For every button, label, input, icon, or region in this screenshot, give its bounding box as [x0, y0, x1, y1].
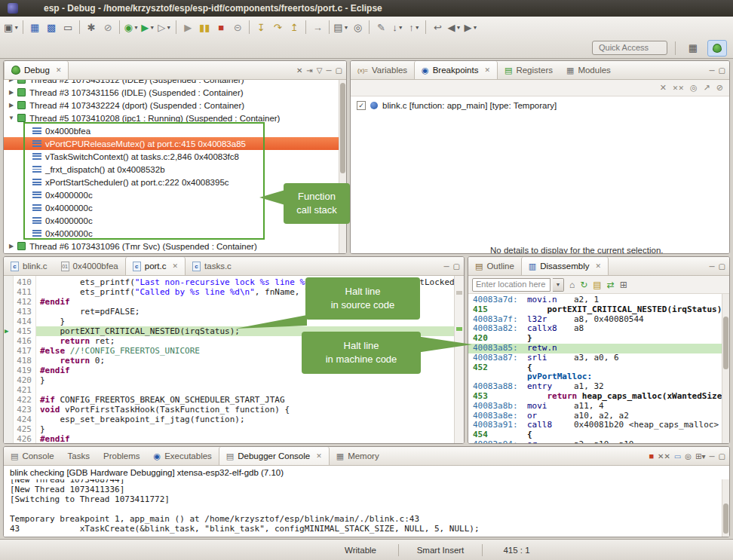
- connect-icon[interactable]: ⇥: [306, 66, 312, 75]
- window-titlebar[interactable]: esp - Debug - /home/krzysztof/esp/esp-id…: [0, 0, 733, 17]
- home-icon[interactable]: ⌂: [569, 280, 575, 290]
- external-tools-button[interactable]: ▷▼: [157, 19, 172, 35]
- goto-breakpoint-file-icon[interactable]: ↗: [704, 83, 710, 93]
- location-input[interactable]: Enter location here: [472, 278, 551, 292]
- print-button[interactable]: ▭: [60, 19, 75, 35]
- tab-variables[interactable]: (x)= Variables: [351, 61, 414, 79]
- tab-port-c[interactable]: c port.c ✕: [125, 257, 186, 275]
- debug-scrollbar[interactable]: [339, 80, 346, 253]
- minimize-icon[interactable]: ─: [709, 262, 714, 271]
- open-perspective-button[interactable]: ▦: [683, 40, 703, 57]
- terminate-icon[interactable]: ■: [649, 451, 654, 461]
- collapse-arrow-icon[interactable]: ▶: [7, 89, 16, 96]
- maximize-icon[interactable]: ▢: [453, 262, 460, 271]
- close-icon[interactable]: ✕: [484, 66, 490, 74]
- build-button[interactable]: ✱: [84, 19, 99, 35]
- skip-all-breakpoints-button[interactable]: ⊘: [100, 19, 115, 35]
- new-wizard-button[interactable]: ▣▼: [4, 19, 19, 35]
- resume-button[interactable]: ▶: [180, 19, 195, 35]
- debug-perspective-button[interactable]: [707, 40, 727, 57]
- tab-tasks[interactable]: Tasks: [61, 447, 97, 465]
- editor-overview-ruler[interactable]: [454, 276, 464, 443]
- stack-frame-row[interactable]: 0x4000000c: [4, 227, 346, 240]
- disassembly-listing[interactable]: 40083a7d:movi.na2, 1415 portEXIT_CRITICA…: [468, 294, 729, 443]
- save-button[interactable]: ▦: [27, 19, 42, 35]
- stack-frame-row[interactable]: vTaskSwitchContext() at tasks.c:2,846 0x…: [4, 150, 346, 163]
- minimize-icon[interactable]: ─: [443, 262, 449, 271]
- tab-outline[interactable]: ▤ Outline: [468, 257, 521, 275]
- tab-registers[interactable]: ▤ Registers: [498, 61, 560, 79]
- disassembly-line[interactable]: 40083a91:call80x40081b20 <heap_caps_mall…: [468, 421, 729, 430]
- collapse-arrow-icon[interactable]: ▶: [7, 102, 16, 109]
- code-line[interactable]: esp_set_breakpoint_if_jtag(function);: [36, 415, 454, 424]
- breakpoint-checkbox[interactable]: ✓: [357, 101, 366, 110]
- disassembly-line[interactable]: 40083a82:callx8a8: [468, 324, 729, 334]
- debug-thread-row[interactable]: ▼Thread #5 1073410208 (ipc1 : Running) (…: [4, 112, 346, 124]
- last-edit-location-button[interactable]: ↩: [430, 19, 445, 35]
- show-source-icon[interactable]: ▤: [593, 280, 601, 290]
- tab-problems[interactable]: Problems: [97, 447, 147, 465]
- tab-tasks-c[interactable]: c tasks.c: [186, 257, 238, 275]
- remove-terminated-icon[interactable]: ✕: [296, 66, 302, 75]
- disassembly-line[interactable]: 40083a94:ora2, a10, a10: [468, 440, 729, 443]
- back-button[interactable]: ◀▼: [446, 19, 462, 35]
- tab-executables[interactable]: ◉ Executables: [147, 447, 219, 465]
- stack-frame-row[interactable]: _frxt_dispatch() at 0x4008532b: [4, 163, 346, 176]
- tab-blink-c[interactable]: c blink.c: [4, 257, 54, 275]
- clear-console-icon[interactable]: ▭: [674, 452, 681, 461]
- debug-thread-row[interactable]: ▶Thread #4 1073432224 (dport) (Suspended…: [4, 99, 346, 112]
- tab-memory[interactable]: ▦ Memory: [330, 447, 386, 465]
- maximize-icon[interactable]: ▢: [336, 66, 342, 75]
- editor-marker-ruler[interactable]: ▶: [4, 276, 14, 443]
- stack-frame-row[interactable]: 0x4000bfea: [4, 124, 346, 137]
- run-button[interactable]: ▶▼: [140, 19, 155, 35]
- stack-frame-row[interactable]: vPortCPUReleaseMutex() at port.c:415 0x4…: [4, 137, 346, 150]
- debug-button[interactable]: ◉▼: [124, 19, 139, 35]
- maximize-icon[interactable]: ▢: [719, 66, 725, 75]
- remove-breakpoint-icon[interactable]: ✕: [660, 83, 667, 93]
- breakpoint-row[interactable]: ✓ blink.c [function: app_main] [type: Te…: [351, 98, 729, 112]
- mark-occurrences-button[interactable]: ✎: [373, 19, 388, 35]
- next-annotation-button[interactable]: ↓▼: [390, 19, 405, 35]
- console-output[interactable]: [New Thread 1073468744][New Thread 10734…: [4, 479, 729, 537]
- code-line[interactable]: }: [36, 424, 454, 434]
- remove-all-terminated-icon[interactable]: ✕✕: [658, 452, 670, 461]
- tab-breakpoints[interactable]: ◉ Breakpoints ✕: [414, 61, 498, 79]
- suspend-button[interactable]: ▮▮: [197, 19, 212, 35]
- code-line[interactable]: #if CONFIG_FREERTOS_BREAK_ON_SCHEDULER_S…: [36, 395, 454, 405]
- collapse-arrow-icon[interactable]: ▶: [7, 80, 16, 83]
- code-line[interactable]: #endif: [36, 434, 454, 443]
- save-all-button[interactable]: ▩: [44, 19, 59, 35]
- expand-arrow-icon[interactable]: ▼: [7, 115, 16, 121]
- step-into-button[interactable]: ↧: [253, 19, 268, 35]
- open-console-icon[interactable]: ⊞▾: [695, 452, 705, 461]
- disassembly-line[interactable]: 452{: [468, 363, 729, 373]
- code-line[interactable]: [36, 385, 454, 395]
- dropdown-arrow-icon[interactable]: ▼: [133, 25, 139, 30]
- dropdown-arrow-icon[interactable]: ▼: [149, 25, 155, 30]
- minimize-icon[interactable]: ─: [709, 452, 714, 461]
- new-disassembly-view-icon[interactable]: ⊞: [620, 280, 627, 290]
- instruction-stepping-button[interactable]: →: [310, 19, 325, 35]
- minimize-icon[interactable]: ─: [709, 66, 714, 75]
- quick-access-box[interactable]: Quick Access: [592, 41, 667, 55]
- code-line[interactable]: }: [36, 375, 454, 385]
- step-over-button[interactable]: ↷: [270, 19, 285, 35]
- debug-thread-row[interactable]: ▶Thread #3 1073431156 (IDLE) (Suspended …: [4, 86, 346, 99]
- pin-console-icon[interactable]: ◎: [685, 452, 692, 461]
- tab-debug[interactable]: Debug ✕: [4, 61, 69, 79]
- tab-console[interactable]: ▤ Console: [4, 447, 61, 465]
- new-cpp-project-button[interactable]: ▤▼: [333, 19, 348, 35]
- tab-modules[interactable]: ▦ Modules: [560, 61, 618, 79]
- dropdown-arrow-icon[interactable]: ▼: [398, 25, 403, 30]
- tab-0x4000bfea[interactable]: 01 0x4000bfea: [54, 257, 125, 275]
- step-return-button[interactable]: ↥: [287, 19, 302, 35]
- refresh-icon[interactable]: ↻: [580, 280, 587, 290]
- debug-thread-row[interactable]: ▶Thread #2 1073431512 (IDLE) (Suspended …: [4, 80, 346, 86]
- minimize-icon[interactable]: ─: [326, 66, 331, 75]
- show-supported-breakpoints-icon[interactable]: ◎: [690, 83, 698, 93]
- close-icon[interactable]: ✕: [316, 452, 322, 460]
- search-button[interactable]: ◎: [350, 19, 365, 35]
- maximize-icon[interactable]: ▢: [719, 262, 725, 271]
- dropdown-arrow-icon[interactable]: ▼: [344, 25, 349, 30]
